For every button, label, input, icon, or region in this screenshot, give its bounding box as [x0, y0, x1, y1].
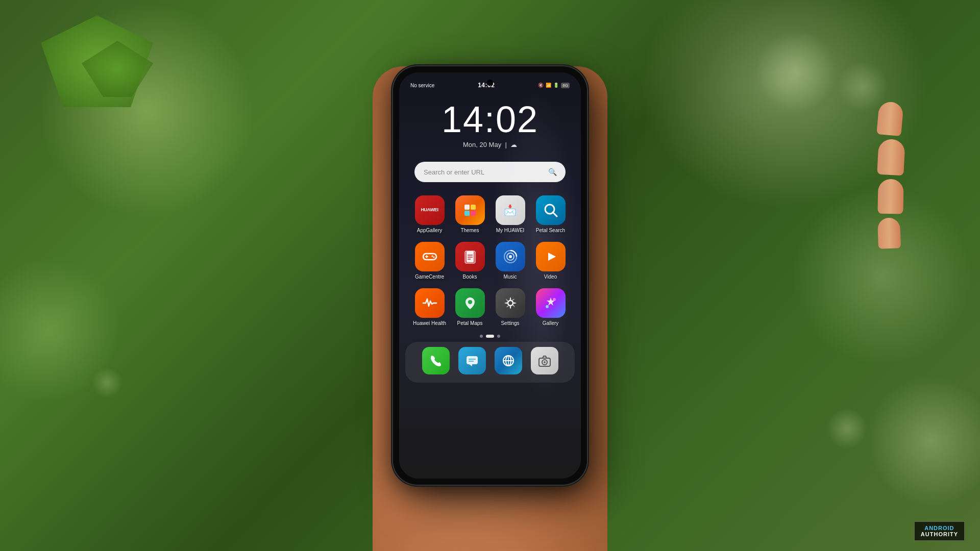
page-dot-2: [486, 335, 494, 338]
dock-messages[interactable]: [458, 347, 486, 374]
app-icon-gamecentre: [415, 242, 445, 271]
dock-icon-phone: [422, 347, 450, 374]
app-video[interactable]: Video: [532, 242, 569, 280]
petalsearch-svg: [543, 202, 559, 218]
status-icons: 🔇 📶 🔋 6G: [538, 83, 570, 88]
svg-marker-19: [548, 253, 556, 261]
dock-icon-camera: [531, 347, 558, 374]
app-label-myhuawei: My HUAWEI: [496, 228, 525, 234]
petalmaps-svg: [462, 295, 478, 311]
dock-phone[interactable]: [422, 347, 450, 374]
clock-area: 14:02 Mon, 20 May | ☁: [399, 91, 581, 153]
dock-browser[interactable]: [495, 347, 522, 374]
watermark-box: ANDROID AUTHORITY: [914, 521, 965, 541]
clock-date: Mon, 20 May | ☁: [399, 141, 581, 148]
fingers: [878, 102, 904, 248]
app-label-huaweihealth: Huawei Health: [413, 320, 446, 327]
app-icon-video: [536, 242, 566, 271]
svg-rect-24: [467, 356, 478, 364]
svg-point-23: [546, 305, 549, 308]
page-indicators: [399, 335, 581, 338]
camera-svg: [537, 354, 552, 368]
svg-rect-2: [464, 211, 470, 216]
phone-call-svg: [429, 354, 443, 368]
page-dot-3: [497, 335, 500, 338]
dock-icon-browser: [495, 347, 522, 374]
svg-point-33: [544, 361, 546, 363]
app-icon-petalmaps: [455, 288, 485, 318]
app-label-petalsearch: Petal Search: [536, 228, 565, 234]
bokeh-circle: [827, 408, 868, 449]
app-icon-themes: [455, 195, 485, 225]
phone-body: No service 14:02 🔇 📶 🔋 6G 14:02 Mon, 20 …: [393, 66, 587, 485]
svg-point-9: [431, 256, 433, 257]
app-music[interactable]: Music: [492, 242, 528, 280]
gamecentre-svg: [422, 248, 438, 265]
app-petalsearch[interactable]: Petal Search: [532, 195, 569, 234]
app-icon-books: [455, 242, 485, 271]
app-appgallery[interactable]: HUAWEI AppGallery: [411, 195, 448, 234]
app-label-gallery: Gallery: [543, 320, 559, 327]
app-icon-settings: [496, 288, 525, 318]
dock-icon-messages: [458, 347, 486, 374]
camera-hole: [487, 80, 493, 86]
app-icon-appgallery: HUAWEI: [415, 195, 445, 225]
watermark: ANDROID AUTHORITY: [914, 521, 965, 541]
app-settings[interactable]: Settings: [492, 288, 528, 327]
dock-camera[interactable]: [531, 347, 558, 374]
browser-svg: [501, 354, 516, 368]
app-icon-petalsearch: [536, 195, 566, 225]
app-huaweihealth[interactable]: Huawei Health: [411, 288, 448, 327]
svg-point-21: [508, 300, 513, 306]
phone-screen: No service 14:02 🔇 📶 🔋 6G 14:02 Mon, 20 …: [399, 72, 581, 479]
clock-time: 14:02: [399, 101, 581, 138]
date-text: Mon, 20 May: [463, 141, 501, 148]
search-placeholder-text: Search or enter URL: [424, 168, 546, 176]
app-label-music: Music: [503, 274, 517, 280]
page-dot-1: [480, 335, 483, 338]
myhuawei-icon-symbol: 📩: [504, 204, 517, 216]
svg-rect-12: [467, 251, 474, 262]
music-svg: [503, 249, 518, 264]
video-svg: [543, 249, 558, 264]
silent-icon: 🔇: [538, 83, 544, 88]
search-icon[interactable]: 🔍: [546, 166, 558, 178]
svg-line-5: [553, 212, 557, 216]
svg-rect-0: [464, 205, 470, 210]
app-icon-health: [415, 288, 445, 318]
app-label-themes: Themes: [460, 228, 479, 234]
app-label-appgallery: AppGallery: [417, 228, 442, 234]
signal-badge: 6G: [561, 83, 570, 88]
app-label-video: Video: [544, 274, 557, 280]
app-grid-row1: HUAWEI AppGallery Themes: [399, 191, 581, 331]
svg-point-10: [433, 257, 434, 258]
svg-point-22: [553, 298, 556, 301]
themes-svg: [462, 203, 478, 218]
app-icon-myhuawei: 📩: [496, 195, 525, 225]
app-icon-gallery: [536, 288, 566, 318]
app-gallery[interactable]: Gallery: [532, 288, 569, 327]
search-bar[interactable]: Search or enter URL 🔍: [414, 162, 566, 182]
svg-point-18: [509, 255, 512, 258]
app-gamecentre[interactable]: GameCentre: [411, 242, 448, 280]
appgallery-logo-text: HUAWEI: [421, 208, 438, 213]
bokeh-circle: [92, 367, 122, 398]
messages-svg: [465, 354, 479, 368]
watermark-android-text: ANDROID: [924, 525, 954, 531]
dock: [405, 342, 575, 383]
app-myhuawei[interactable]: 📩 My HUAWEI: [492, 195, 528, 234]
phone: No service 14:02 🔇 📶 🔋 6G 14:02 Mon, 20 …: [393, 66, 587, 485]
app-label-gamecentre: GameCentre: [415, 274, 444, 280]
app-label-petalmaps: Petal Maps: [457, 320, 482, 327]
app-themes[interactable]: Themes: [452, 195, 488, 234]
battery-icon: 🔋: [553, 83, 559, 88]
health-svg: [422, 295, 438, 311]
bokeh-circle: [755, 31, 837, 112]
svg-rect-3: [471, 211, 476, 216]
network-status: No service: [410, 83, 434, 88]
gallery-svg: [543, 295, 558, 311]
app-petalmaps[interactable]: Petal Maps: [452, 288, 488, 327]
svg-rect-1: [471, 205, 476, 210]
app-icon-music: [496, 242, 525, 271]
app-books[interactable]: Books: [452, 242, 488, 280]
